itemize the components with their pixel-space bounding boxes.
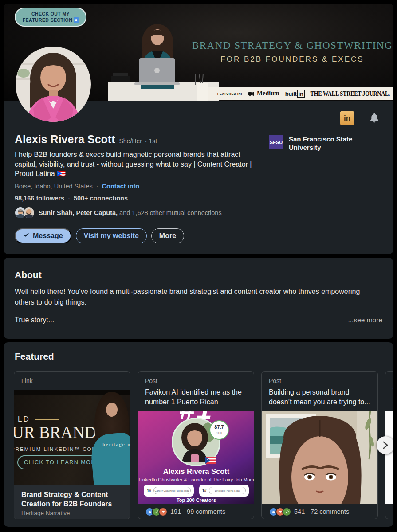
post-title: Favikon AI identified me as the number 1… [145, 387, 248, 407]
score-max: 100 [210, 431, 228, 435]
featured-section: Featured Link LD UR BRAND PREMIUM LINKED… [4, 342, 393, 527]
profile-name[interactable]: Alexis Rivera Scott [15, 133, 115, 146]
ranking-badge: 1# Career Coaching Puerto Rico [144, 485, 194, 497]
name-row: Alexis Rivera Scott She/Her · 1st [15, 133, 157, 146]
post-title-fragment: T [393, 387, 393, 395]
featured-card-post-selfie[interactable]: Post Building a personal brand doesn’t m… [261, 371, 378, 519]
location-text: Boise, Idaho, United States [15, 183, 93, 190]
medium-logo: Medium [248, 90, 279, 97]
image-person [90, 390, 130, 485]
followers-count[interactable]: 98,166 followers [15, 195, 64, 202]
link-card-footer: Brand Strategy & Content Creation for B2… [14, 485, 130, 519]
ranking-badges: 1# Career Coaching Puerto Rico 1# Linked… [144, 485, 249, 497]
education-name: San Francisco State University [289, 135, 364, 152]
wsj-logo: THE WALL STREET JOURNAL. [311, 90, 390, 97]
chevron-right-icon [382, 441, 389, 449]
location-row: Boise, Idaho, United States · Contact in… [15, 183, 139, 190]
profile-headline: I help B2B founders & execs build magnet… [15, 150, 258, 179]
card-type-label: Link [21, 377, 33, 384]
about-section: About Well hello there! You've found a m… [4, 258, 393, 339]
reaction-comment-counts: 541 · 72 comments [294, 508, 349, 515]
message-button[interactable]: Message [15, 228, 71, 243]
banner-subtitle: FOR B2B FOUNDERS & EXECS [190, 55, 393, 64]
connection-degree: · 1st [145, 137, 157, 145]
carousel-next-button[interactable] [377, 436, 393, 454]
puerto-rico-flag-icon [205, 457, 216, 464]
featured-card-post-favikon[interactable]: Post Favikon AI identified me as the num… [138, 371, 254, 519]
featured-in-strip: FEATURED IN: Medium builtin THE WALL STR… [208, 87, 393, 100]
about-truncated-text: True story:... [15, 316, 54, 324]
mutual-connections[interactable]: Sunir Shah, Peter Caputa, and 1,628 othe… [15, 207, 222, 219]
banner-title: BRAND STRATEGY & GHOSTWRITING [190, 40, 393, 51]
notification-bell-icon[interactable] [367, 111, 381, 125]
profile-photo-image [16, 47, 91, 122]
card-type-label: Post [145, 377, 157, 384]
separator-dot: · [68, 195, 70, 202]
creator-subtitle: LinkedIn Ghostwriter & Founder of The Fa… [138, 477, 254, 482]
post-image: #1 87.7 100 Alexis Rivera Scott LinkedIn… [138, 411, 254, 504]
featured-heading: Featured [15, 351, 54, 362]
card-type-label: Post [269, 377, 281, 384]
celebrate-reaction-icon [282, 507, 291, 516]
image-caption: Top 200 Creators [138, 497, 254, 503]
score-value: 87.7 [213, 424, 225, 430]
mutual-avatars [15, 207, 35, 219]
contact-info-link[interactable]: Contact info [102, 183, 140, 190]
see-more-link[interactable]: ...see more [348, 316, 382, 324]
about-heading: About [15, 270, 42, 280]
down-arrow-icon: ⬇ [74, 17, 79, 23]
mutual-connections-text: Sunir Shah, Peter Caputa, and 1,628 othe… [39, 209, 222, 216]
separator-dot: · [96, 183, 98, 190]
reaction-comment-counts: 191 · 99 comments [170, 508, 225, 515]
image-word-fragment: LD [18, 415, 30, 424]
followers-row: 98,166 followers · 500+ connections [15, 195, 128, 202]
linkedin-profile-page: { "banner": { "cta_text": "CHECK OUT MY … [0, 0, 397, 532]
connections-count[interactable]: 500+ connections [74, 195, 128, 202]
post-social-counts[interactable]: 191 · 99 comments [145, 504, 225, 519]
banner-cta-text: CHECK OUT MY FEATURED SECTION [23, 11, 72, 23]
creator-name: Alexis Rivera Scott [138, 467, 254, 476]
featured-in-label: FEATURED IN: [217, 92, 242, 95]
card-type-label: Post [393, 377, 393, 384]
visit-website-button[interactable]: Visit my website [76, 228, 147, 243]
banner-cta-pill: CHECK OUT MY FEATURED SECTION⬇ [15, 8, 86, 27]
medium-icon [248, 92, 255, 96]
education-entry[interactable]: SFSU San Francisco State University [269, 135, 364, 152]
builtin-logo: builtin [285, 90, 305, 98]
more-button[interactable]: More [151, 228, 184, 243]
sfsu-logo: SFSU [269, 135, 283, 149]
image-brand-text: UR BRAND [14, 423, 96, 442]
post-title-fragment: s [393, 397, 393, 405]
pronouns: She/Her [119, 137, 142, 145]
about-paragraph: Well hello there! You've found a multi-p… [15, 286, 372, 307]
link-source: Heritage Narrative [21, 510, 124, 516]
profile-photo[interactable] [16, 47, 91, 122]
profile-card: CHECK OUT MY FEATURED SECTION⬇ BRAND STR… [4, 4, 393, 254]
gold-divider-line [35, 419, 59, 420]
link-preview-image: LD UR BRAND PREMIUM LINKEDIN™ CONTENT CL… [14, 390, 130, 485]
featured-card-link[interactable]: Link LD UR BRAND PREMIUM LINKEDIN™ CONTE… [14, 371, 130, 519]
linkedin-gold-badge-icon[interactable]: in [340, 111, 354, 125]
post-image [262, 411, 378, 504]
avatar [23, 207, 35, 219]
post-title: Building a personal brand doesn’t mean y… [269, 387, 372, 407]
post-social-counts[interactable]: 541 · 72 comments [269, 504, 349, 519]
ranking-badge: 1# LinkedIn Puerto Rico [199, 485, 249, 497]
action-buttons: Message Visit my website More [15, 228, 184, 243]
about-truncated-row: True story:... ...see more [15, 316, 382, 324]
love-reaction-icon [158, 507, 168, 516]
post-image [385, 411, 393, 504]
link-title: Brand Strategy & Content Creation for B2… [21, 490, 124, 509]
send-icon [23, 233, 30, 239]
score-badge: 87.7 100 [209, 420, 229, 440]
image-watermark: heritage n [102, 442, 130, 447]
